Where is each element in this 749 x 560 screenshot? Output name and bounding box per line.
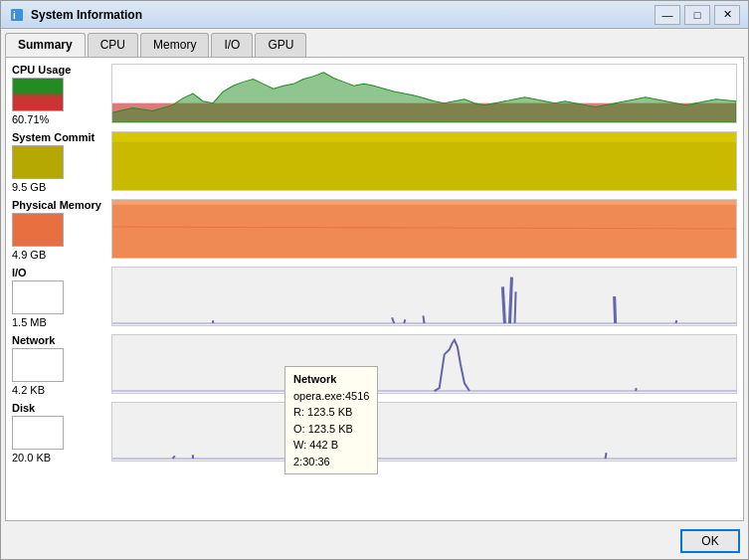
tab-cpu[interactable]: CPU (88, 33, 138, 57)
disk-chart (111, 402, 737, 462)
physical-memory-label: Physical Memory (12, 199, 101, 211)
tooltip-line5: 2:30:36 (293, 454, 369, 470)
cpu-usage-left: CPU Usage 60.71% (12, 64, 111, 125)
svg-line-22 (606, 453, 607, 459)
svg-line-11 (502, 286, 504, 323)
footer: OK (1, 525, 748, 559)
app-icon: i (9, 7, 25, 23)
tab-io[interactable]: I/O (211, 33, 253, 57)
window-title: System Information (31, 8, 655, 22)
svg-text:i: i (13, 10, 16, 21)
network-tooltip: Network opera.exe:4516 R: 123.5 KB O: 12… (284, 366, 378, 474)
close-button[interactable]: ✕ (714, 5, 740, 25)
system-commit-value: 9.5 GB (12, 181, 46, 193)
svg-line-12 (509, 278, 511, 323)
svg-line-18 (636, 388, 637, 391)
tab-memory[interactable]: Memory (140, 33, 209, 57)
physical-memory-thumbnail (12, 213, 64, 247)
system-information-window: i System Information — □ ✕ Summary CPU M… (0, 0, 749, 560)
disk-left: Disk 20.0 KB (12, 402, 111, 464)
io-left: I/O 1.5 MB (12, 267, 111, 328)
svg-rect-4 (112, 205, 736, 258)
titlebar: i System Information — □ ✕ (1, 1, 748, 29)
tooltip-line2: R: 123.5 KB (293, 404, 369, 421)
tab-summary[interactable]: Summary (5, 33, 86, 57)
network-left: Network 4.2 KB (12, 334, 111, 396)
svg-line-9 (404, 319, 405, 323)
disk-value: 20.0 KB (12, 452, 51, 464)
cpu-usage-chart (111, 64, 737, 123)
ok-button[interactable]: OK (680, 529, 740, 553)
physical-memory-section: Physical Memory 4.9 GB (12, 199, 737, 261)
disk-label: Disk (12, 402, 35, 414)
svg-line-13 (515, 291, 516, 323)
content-panel: CPU Usage 60.71% System Commit 9.5 GB (5, 57, 744, 521)
minimize-button[interactable]: — (655, 5, 680, 25)
network-value: 4.2 KB (12, 384, 45, 396)
io-value: 1.5 MB (12, 316, 47, 328)
tooltip-title: Network (293, 371, 369, 388)
cpu-usage-section: CPU Usage 60.71% (12, 64, 737, 125)
maximize-button[interactable]: □ (684, 5, 710, 25)
io-section: I/O 1.5 MB (12, 267, 737, 328)
disk-thumbnail (12, 416, 64, 450)
svg-rect-3 (112, 142, 736, 190)
network-label: Network (12, 334, 55, 346)
io-thumbnail (12, 280, 64, 314)
system-commit-chart (111, 131, 737, 191)
system-commit-label: System Commit (12, 131, 94, 143)
system-commit-thumbnail (12, 145, 64, 179)
tooltip-line4: W: 442 B (293, 437, 369, 454)
physical-memory-value: 4.9 GB (12, 249, 46, 261)
system-commit-left: System Commit 9.5 GB (12, 131, 111, 193)
system-commit-section: System Commit 9.5 GB (12, 131, 737, 193)
io-label: I/O (12, 267, 27, 279)
physical-memory-left: Physical Memory 4.9 GB (12, 199, 111, 261)
cpu-usage-value: 60.71% (12, 113, 49, 125)
cpu-usage-label: CPU Usage (12, 64, 71, 76)
svg-line-8 (392, 317, 394, 323)
network-thumbnail (12, 348, 64, 382)
io-chart (111, 267, 737, 326)
tooltip-line3: O: 123.5 KB (293, 421, 369, 438)
tooltip-line1: opera.exe:4516 (293, 388, 369, 405)
network-chart (111, 334, 737, 394)
cpu-usage-thumbnail (12, 78, 64, 111)
tab-gpu[interactable]: GPU (255, 33, 306, 57)
svg-line-10 (423, 315, 424, 323)
physical-memory-chart (111, 199, 737, 259)
tab-bar: Summary CPU Memory I/O GPU (1, 29, 748, 57)
svg-line-15 (675, 320, 676, 323)
svg-line-14 (615, 296, 616, 323)
window-controls: — □ ✕ (655, 5, 740, 25)
